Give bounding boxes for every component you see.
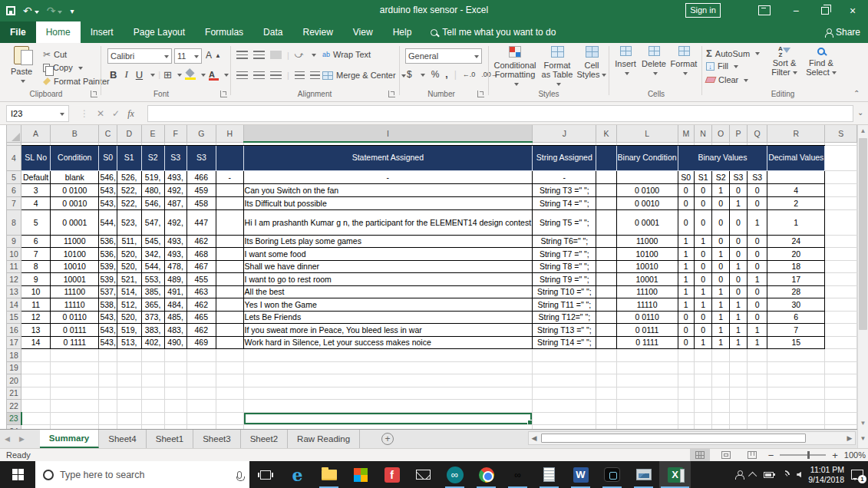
cell[interactable]: 0 xyxy=(748,183,767,196)
cell[interactable]: 0 xyxy=(694,324,711,337)
sheet-tab-sheet2[interactable]: Sheet2 xyxy=(241,430,288,448)
taskbar-icon-store[interactable] xyxy=(345,461,376,488)
cell[interactable]: 1 xyxy=(748,273,767,286)
cell[interactable] xyxy=(51,361,99,374)
cell[interactable]: 8 xyxy=(21,260,51,273)
cell[interactable]: 0 xyxy=(678,324,694,337)
cell[interactable] xyxy=(825,324,857,337)
cell[interactable] xyxy=(141,400,164,413)
sheet-tab-summary[interactable]: Summary xyxy=(40,430,99,448)
cell[interactable]: 469 xyxy=(186,336,216,349)
cell[interactable] xyxy=(533,374,596,387)
merge-center-button[interactable]: Merge & Center xyxy=(322,71,406,80)
cell[interactable]: 512, xyxy=(117,298,141,312)
cell[interactable] xyxy=(51,374,99,387)
cell[interactable] xyxy=(767,349,825,362)
cell[interactable] xyxy=(825,285,857,298)
borders-icon[interactable]: ⊞ xyxy=(163,69,172,81)
cell[interactable] xyxy=(825,400,857,413)
cell[interactable] xyxy=(99,374,117,387)
cell[interactable]: 520, xyxy=(117,260,141,273)
percent-icon[interactable]: % xyxy=(431,69,440,80)
comma-style-icon[interactable]: , xyxy=(445,69,447,80)
column-header-C[interactable]: C xyxy=(99,125,117,142)
cell[interactable] xyxy=(51,400,99,413)
taskbar-icon-excel[interactable]: X xyxy=(659,461,691,488)
sheet-nav-left-icon[interactable]: ◀ xyxy=(0,435,15,443)
cell[interactable]: String T12=" "; xyxy=(533,311,596,324)
cell[interactable]: - xyxy=(243,170,533,183)
grow-font-button[interactable]: A▲ xyxy=(206,50,221,61)
header-cell-m_q[interactable]: Binary Values xyxy=(678,145,767,170)
cell[interactable] xyxy=(748,349,767,362)
collapse-ribbon-icon[interactable]: ⌃ xyxy=(853,89,860,97)
cell[interactable]: 15 xyxy=(767,336,825,349)
font-name-combo[interactable]: Calibri xyxy=(107,48,172,64)
orientation-icon[interactable]: ⤻ xyxy=(295,50,304,60)
cell[interactable]: 1 xyxy=(694,285,711,298)
cell[interactable] xyxy=(596,387,616,400)
cell[interactable] xyxy=(596,273,616,286)
cell[interactable] xyxy=(825,298,857,312)
paste-button[interactable]: Paste xyxy=(6,46,37,85)
cell[interactable]: Default xyxy=(21,170,51,183)
cell[interactable] xyxy=(21,374,51,387)
column-header-L[interactable]: L xyxy=(616,125,678,142)
font-size-combo[interactable]: 11 xyxy=(174,48,202,64)
cell[interactable]: 519, xyxy=(141,170,164,183)
cell[interactable] xyxy=(616,361,678,374)
column-header-F[interactable]: F xyxy=(164,125,186,142)
cell[interactable] xyxy=(533,349,596,362)
cell[interactable]: 492, xyxy=(164,183,186,196)
cut-button[interactable]: ✂Cut xyxy=(43,49,67,60)
decrease-indent-icon[interactable] xyxy=(295,71,305,80)
scroll-up-icon[interactable]: ▲ xyxy=(859,127,867,135)
cell[interactable]: Its Boring Lets play some games xyxy=(243,235,533,248)
cell[interactable]: 2 xyxy=(767,196,825,209)
cell[interactable]: String T9 =" "; xyxy=(533,273,596,286)
cell[interactable] xyxy=(141,361,164,374)
cell[interactable] xyxy=(596,412,616,425)
cell[interactable]: String T4 =" "; xyxy=(533,196,596,209)
cell[interactable] xyxy=(729,400,747,413)
cell[interactable] xyxy=(767,361,825,374)
cell[interactable] xyxy=(533,400,596,413)
cell[interactable]: 478, xyxy=(164,260,186,273)
cell[interactable]: 7 xyxy=(767,324,825,337)
cell[interactable]: 1 xyxy=(748,209,767,235)
column-header-A[interactable]: A xyxy=(21,125,51,142)
cell[interactable]: 1 xyxy=(712,183,730,196)
tab-help[interactable]: Help xyxy=(383,21,422,43)
cell[interactable] xyxy=(678,349,694,362)
taskbar-icon-notepad[interactable] xyxy=(533,461,565,488)
wrap-text-button[interactable]: abWrap Text xyxy=(322,50,371,59)
cell[interactable] xyxy=(216,361,243,374)
wifi-icon[interactable] xyxy=(779,468,792,481)
header-cell-d[interactable]: S1 xyxy=(117,145,141,170)
cell[interactable]: 0 xyxy=(712,273,730,286)
cell[interactable]: 1 xyxy=(729,260,747,273)
cell[interactable]: All the best xyxy=(243,285,533,298)
cell[interactable]: 365, xyxy=(141,298,164,312)
cell[interactable] xyxy=(712,400,730,413)
cell[interactable] xyxy=(748,400,767,413)
cell[interactable]: 0 xyxy=(729,248,747,261)
cell[interactable]: 0 xyxy=(729,273,747,286)
cell[interactable] xyxy=(216,235,243,248)
select-all-corner[interactable] xyxy=(7,125,21,142)
tab-insert[interactable]: Insert xyxy=(81,21,124,43)
cell[interactable]: 1 xyxy=(678,248,694,261)
cell[interactable]: 458 xyxy=(186,196,216,209)
cell[interactable]: String T10 =" "; xyxy=(533,285,596,298)
column-header-E[interactable]: E xyxy=(141,125,164,142)
cell[interactable] xyxy=(694,374,711,387)
tab-review[interactable]: Review xyxy=(292,21,342,43)
cell[interactable] xyxy=(186,387,216,400)
sign-in-button[interactable]: Sign in xyxy=(685,3,721,18)
header-cell-c[interactable]: S0 xyxy=(99,145,117,170)
cell[interactable]: 17 xyxy=(767,273,825,286)
cell[interactable]: 0 xyxy=(694,273,711,286)
cell[interactable] xyxy=(825,311,857,324)
header-cell-k[interactable] xyxy=(596,145,616,170)
cell[interactable]: 465 xyxy=(186,311,216,324)
